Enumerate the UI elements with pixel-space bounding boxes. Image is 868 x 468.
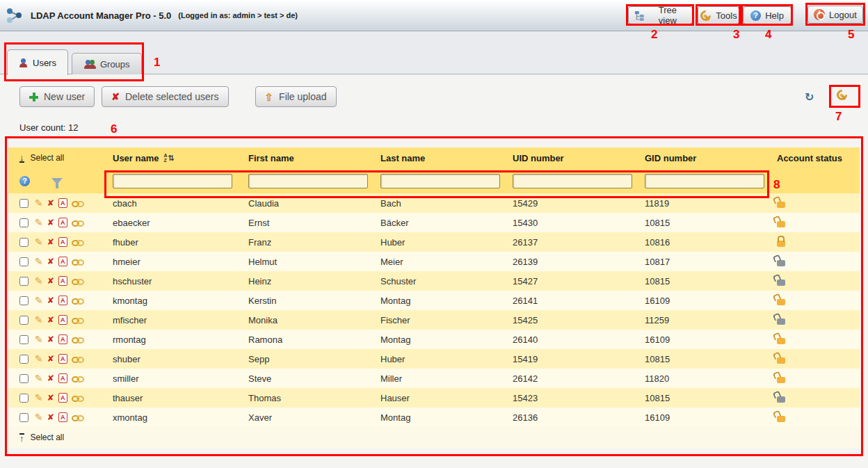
delete-user-icon[interactable]: ✘ bbox=[47, 316, 54, 324]
column-header-last-name[interactable]: Last name bbox=[372, 153, 504, 163]
table-row[interactable]: ✎ ✘ A kmontag Kerstin Montag 26141 16109 bbox=[8, 291, 860, 310]
row-select-checkbox[interactable] bbox=[19, 199, 29, 208]
table-row[interactable]: ✎ ✘ A mfischer Monika Fischer 15425 1125… bbox=[8, 310, 860, 330]
table-row[interactable]: ✎ ✘ A fhuber Franz Huber 26137 10816 bbox=[8, 232, 860, 252]
edit-user-icon[interactable]: ✎ bbox=[35, 393, 43, 403]
change-password-icon[interactable] bbox=[72, 258, 83, 266]
pdf-export-icon[interactable]: A bbox=[58, 257, 67, 266]
row-select-checkbox[interactable] bbox=[19, 335, 29, 344]
delete-user-icon[interactable]: ✘ bbox=[47, 413, 54, 421]
row-select-checkbox[interactable] bbox=[19, 355, 29, 364]
delete-user-icon[interactable]: ✘ bbox=[47, 394, 54, 402]
filter-username-input[interactable] bbox=[113, 174, 232, 188]
filter-funnel-icon[interactable] bbox=[51, 178, 63, 184]
row-select-checkbox[interactable] bbox=[19, 316, 29, 325]
select-all-top[interactable]: ↓ Select all bbox=[8, 153, 104, 163]
edit-user-icon[interactable]: ✎ bbox=[35, 315, 43, 325]
filter-gid-input[interactable] bbox=[645, 174, 764, 188]
delete-user-icon[interactable]: ✘ bbox=[47, 199, 54, 207]
edit-user-icon[interactable]: ✎ bbox=[35, 237, 43, 247]
delete-user-icon[interactable]: ✘ bbox=[47, 277, 54, 285]
table-row[interactable]: ✎ ✘ A hmeier Helmut Meier 26139 10817 bbox=[8, 252, 860, 271]
pdf-export-icon[interactable]: A bbox=[58, 276, 67, 286]
logout-button[interactable]: Logout bbox=[807, 6, 863, 24]
edit-user-icon[interactable]: ✎ bbox=[35, 373, 43, 383]
change-password-icon[interactable] bbox=[72, 375, 83, 382]
delete-selected-users-button[interactable]: ✘ Delete selected users bbox=[102, 86, 228, 107]
select-all-bottom[interactable]: ↑ Select all bbox=[8, 427, 860, 448]
edit-user-icon[interactable]: ✎ bbox=[35, 257, 43, 266]
row-select-checkbox[interactable] bbox=[19, 394, 29, 403]
edit-user-icon[interactable]: ✎ bbox=[35, 412, 43, 422]
pdf-export-icon[interactable]: A bbox=[58, 237, 67, 247]
pdf-export-icon[interactable]: A bbox=[58, 296, 67, 305]
pdf-export-icon[interactable]: A bbox=[58, 334, 67, 344]
pdf-export-icon[interactable]: A bbox=[58, 373, 67, 383]
edit-user-icon[interactable]: ✎ bbox=[35, 354, 43, 364]
filter-uid-input[interactable] bbox=[513, 174, 632, 188]
table-row[interactable]: ✎ ✘ A xmontag Xaver Montag 26136 16109 bbox=[8, 408, 860, 427]
pdf-export-icon[interactable]: A bbox=[58, 218, 67, 227]
edit-user-icon[interactable]: ✎ bbox=[35, 296, 43, 305]
row-select-checkbox[interactable] bbox=[19, 413, 29, 422]
row-select-checkbox[interactable] bbox=[19, 238, 29, 247]
pdf-export-icon[interactable]: A bbox=[58, 412, 67, 422]
sort-icon[interactable]: ⇅ bbox=[163, 153, 174, 163]
tab-users[interactable]: Users bbox=[7, 49, 68, 75]
table-row[interactable]: ✎ ✘ A smiller Steve Miller 26142 11820 bbox=[8, 369, 860, 388]
change-password-icon[interactable] bbox=[72, 394, 83, 402]
change-password-icon[interactable] bbox=[72, 219, 83, 227]
row-select-checkbox[interactable] bbox=[19, 374, 29, 383]
table-row[interactable]: ✎ ✘ A rmontag Ramona Montag 26140 16109 bbox=[8, 330, 860, 349]
pdf-export-icon[interactable]: A bbox=[58, 315, 67, 325]
delete-user-icon[interactable]: ✘ bbox=[47, 335, 54, 344]
delete-user-icon[interactable]: ✘ bbox=[47, 374, 54, 382]
column-header-username[interactable]: User name ⇅ bbox=[104, 153, 240, 163]
table-row[interactable]: ✎ ✘ A thauser Thomas Hauser 15423 10815 bbox=[8, 388, 860, 408]
pdf-export-icon[interactable]: A bbox=[58, 393, 67, 403]
filter-first-name-input[interactable] bbox=[248, 174, 368, 188]
row-select-checkbox[interactable] bbox=[19, 257, 29, 266]
list-settings-wrench-icon[interactable] bbox=[836, 89, 848, 101]
delete-user-icon[interactable]: ✘ bbox=[47, 238, 54, 246]
change-password-icon[interactable] bbox=[72, 336, 83, 344]
change-password-icon[interactable] bbox=[72, 297, 83, 305]
tree-view-button[interactable]: Tree view bbox=[628, 6, 693, 24]
filter-help-icon[interactable]: ? bbox=[19, 176, 30, 186]
delete-user-icon[interactable]: ✘ bbox=[47, 257, 54, 266]
edit-user-icon[interactable]: ✎ bbox=[35, 276, 43, 286]
table-row[interactable]: ✎ ✘ A ebaecker Ernst Bäcker 15430 10815 bbox=[8, 213, 860, 232]
delete-user-icon[interactable]: ✘ bbox=[47, 218, 54, 227]
row-actions: ✎ ✘ A bbox=[8, 237, 104, 247]
row-select-checkbox[interactable] bbox=[19, 277, 29, 286]
change-password-icon[interactable] bbox=[72, 239, 83, 246]
delete-user-icon[interactable]: ✘ bbox=[47, 296, 54, 305]
column-header-first-name[interactable]: First name bbox=[240, 153, 372, 163]
column-header-gid[interactable]: GID number bbox=[636, 153, 769, 163]
table-row[interactable]: ✎ ✘ A cbach Claudia Bach 15429 11819 bbox=[8, 193, 860, 213]
pdf-export-icon[interactable]: A bbox=[58, 354, 67, 364]
file-upload-button[interactable]: ⇧ File upload bbox=[255, 86, 337, 107]
row-select-checkbox[interactable] bbox=[19, 218, 29, 227]
tools-button[interactable]: Tools bbox=[698, 6, 739, 24]
help-button[interactable]: ? Help bbox=[743, 6, 791, 24]
change-password-icon[interactable] bbox=[72, 316, 83, 324]
change-password-icon[interactable] bbox=[72, 277, 83, 285]
change-password-icon[interactable] bbox=[72, 414, 83, 421]
change-password-icon[interactable] bbox=[72, 355, 83, 363]
column-header-uid[interactable]: UID number bbox=[504, 153, 636, 163]
tab-groups[interactable]: Groups bbox=[72, 53, 142, 74]
row-select-checkbox[interactable] bbox=[19, 296, 29, 305]
first-name-cell: Kerstin bbox=[240, 296, 372, 306]
table-row[interactable]: ✎ ✘ A hschuster Heinz Schuster 15427 108… bbox=[8, 271, 860, 291]
pdf-export-icon[interactable]: A bbox=[58, 198, 67, 208]
change-password-icon[interactable] bbox=[72, 200, 83, 207]
new-user-button[interactable]: New user bbox=[19, 86, 95, 107]
edit-user-icon[interactable]: ✎ bbox=[35, 218, 43, 227]
table-row[interactable]: ✎ ✘ A shuber Sepp Huber 15419 10815 bbox=[8, 349, 860, 369]
filter-last-name-input[interactable] bbox=[380, 174, 500, 188]
edit-user-icon[interactable]: ✎ bbox=[35, 198, 43, 208]
delete-user-icon[interactable]: ✘ bbox=[47, 355, 54, 363]
refresh-icon[interactable]: ↻ bbox=[805, 90, 814, 104]
edit-user-icon[interactable]: ✎ bbox=[35, 334, 43, 344]
